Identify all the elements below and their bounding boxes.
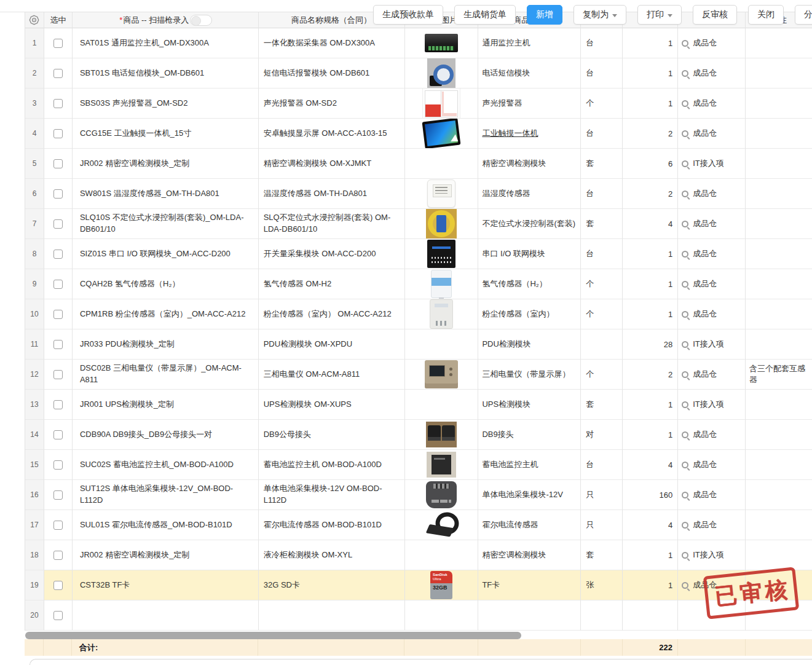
magnifier-icon[interactable] [682,341,688,348]
magnifier-icon[interactable] [682,100,688,107]
row-checkbox[interactable] [53,460,63,470]
magnifier-icon[interactable] [682,431,688,438]
row-checkbox[interactable] [53,159,63,168]
spec-cell[interactable]: SLQ不定位式水浸控制器(套装) OM-LDA-DB601/10 [259,209,405,239]
spec-cell[interactable]: PDU检测模块 OM-XPDU [259,329,405,360]
spec-cell[interactable]: 粉尘传感器（室内） OM-ACC-A212 [259,299,405,329]
row-checkbox[interactable] [53,400,63,409]
magnifier-icon[interactable] [682,462,688,468]
row-checkbox[interactable] [53,430,63,439]
magnifier-icon[interactable] [682,130,688,137]
spec-cell[interactable]: 霍尔电流传感器 OM-BOD-B101D [259,510,405,540]
generate-prepayment-receipt-button[interactable]: 生成预收款单 [373,5,443,25]
magnifier-icon[interactable] [682,522,688,529]
magnifier-icon[interactable] [682,191,688,197]
product-cell[interactable]: SLQ10S 不定位式水浸控制器(套装)_OM-LDA-DB601/10 [73,209,259,239]
product-cell[interactable]: CDB90A DB9接头_DB9公母接头一对 [73,420,259,450]
row-checkbox[interactable] [53,99,63,108]
select-cell [44,28,73,58]
product-cell[interactable]: CCG15E 工业触摸一体机_15寸 [73,119,259,149]
magnifier-icon[interactable] [682,40,688,47]
spec-cell[interactable]: UPS检测模块 OM-XUPS [259,390,405,420]
row-checkbox[interactable] [53,250,63,259]
spec-cell[interactable]: 32G SD卡 [259,570,405,600]
magnifier-icon[interactable] [682,251,688,258]
product-cell[interactable]: SAT01S 通用监控主机_OM-DX300A [73,28,259,58]
spec-cell[interactable]: 蓄电池监控主机 OM-BOD-A100D [259,450,405,480]
spec-cell[interactable]: 氢气传感器 OM-H2 [259,269,405,299]
row-checkbox[interactable] [53,340,63,349]
row-checkbox[interactable] [53,370,63,379]
spec-cell[interactable] [259,600,405,631]
row-checkbox[interactable] [53,611,63,620]
product-cell[interactable]: SUC02S 蓄电池监控主机_OM-BOD-A100D [73,450,259,480]
share-button[interactable]: 分享 [795,5,812,25]
scan-input-toggle[interactable] [190,15,212,26]
product-cell[interactable]: CST32B TF卡 [73,570,259,600]
magnifier-icon[interactable] [682,582,688,589]
magnifier-icon[interactable] [682,371,688,378]
product-cell[interactable]: DSC02B 三相电量仪（带显示屏）_OM-ACM-A811 [73,360,259,390]
row-checkbox[interactable] [53,69,63,78]
image-cell [405,600,479,631]
spec-cell[interactable]: 温湿度传感器 OM-TH-DA801 [259,179,405,209]
product-cell[interactable]: JR001 UPS检测模块_定制 [73,390,259,420]
row-checkbox[interactable] [53,551,63,560]
gear-icon[interactable] [29,15,39,25]
row-checkbox[interactable] [53,521,63,530]
row-checkbox[interactable] [53,189,63,199]
product-cell[interactable]: CPM1RB 粉尘传感器（室内）_OM-ACC-A212 [73,299,259,329]
magnifier-icon[interactable] [682,311,688,318]
magnifier-icon[interactable] [682,160,688,167]
row-checkbox[interactable] [53,280,63,289]
scrollbar-thumb[interactable] [25,632,521,639]
spec-cell[interactable]: 液冷柜检测模块 OM-XYL [259,540,405,570]
product-cell[interactable]: JR002 精密空调检测模块_定制 [73,540,259,570]
spec-cell[interactable]: 三相电量仪 OM-ACM-A811 [259,360,405,390]
print-button[interactable]: 打印 [637,5,682,25]
product-cell[interactable]: SBT01S 电话短信模块_OM-DB601 [73,58,259,89]
product-cell[interactable]: SUL01S 霍尔电流传感器_OM-BOD-B101D [73,510,259,540]
product-cell[interactable]: SW801S 温湿度传感器_OM-TH-DA801 [73,179,259,209]
product-cell[interactable]: JR033 PDU检测模块_定制 [73,329,259,360]
spec-text: 32G SD卡 [264,580,300,591]
product-cell[interactable]: SUT12S 单体电池采集模块-12V_OM-BOD-L112D [73,480,259,510]
row-checkbox[interactable] [53,581,63,590]
spec-cell[interactable]: 短信电话报警模块 OM-DB601 [259,58,405,89]
magnifier-icon[interactable] [682,552,688,559]
spec-cell[interactable]: 精密空调检测模块 OM-XJMKT [259,149,405,179]
generate-sales-invoice-button[interactable]: 生成销货单 [454,5,516,25]
row-number: 12 [30,370,38,379]
product-cell[interactable] [73,600,259,631]
name-cell [478,600,581,631]
magnifier-icon[interactable] [682,401,688,408]
spec-cell[interactable]: 单体电池采集模块-12V OM-BOD-L112D [259,480,405,510]
add-new-button[interactable]: 新增 [527,5,562,25]
row-checkbox[interactable] [53,490,63,500]
close-button[interactable]: 关闭 [748,5,784,25]
row-checkbox[interactable] [53,39,63,48]
product-cell[interactable]: SBS03S 声光报警器_OM-SD2 [73,89,259,119]
spec-cell[interactable]: 开关量采集模块 OM-ACC-D200 [259,239,405,269]
product-code-text: SUL01S 霍尔电流传感器_OM-BOD-B101D [80,519,232,531]
copy-as-button[interactable]: 复制为 [574,5,626,25]
magnifier-icon[interactable] [682,492,688,498]
spec-cell[interactable]: 声光报警器 OM-SD2 [259,89,405,119]
product-name-text: 霍尔电流传感器 [482,519,538,531]
row-checkbox[interactable] [53,219,63,229]
table-row: 4 CCG15E 工业触摸一体机_15寸 安卓触摸显示屏 OM-ACC-A103… [25,119,812,149]
product-cell[interactable]: SIZ01S 串口 I/O 联网模块_OM-ACC-D200 [73,239,259,269]
product-cell[interactable]: JR002 精密空调检测模块_定制 [73,149,259,179]
magnifier-icon[interactable] [682,221,688,227]
magnifier-icon[interactable] [682,281,688,288]
product-name-text[interactable]: 工业触摸一体机 [482,128,538,140]
unapprove-button[interactable]: 反审核 [693,5,737,25]
product-cell[interactable]: CQAH2B 氢气传感器（H₂） [73,269,259,299]
row-checkbox[interactable] [53,310,63,319]
image-cell [405,269,479,299]
row-checkbox[interactable] [53,129,63,138]
magnifier-icon[interactable] [682,70,688,77]
spec-cell[interactable]: 安卓触摸显示屏 OM-ACC-A103-15 [259,119,405,149]
spec-cell[interactable]: DB9公母接头 [259,420,405,450]
spec-cell[interactable]: 一体化数据采集器 OM-DX300A [259,28,405,58]
